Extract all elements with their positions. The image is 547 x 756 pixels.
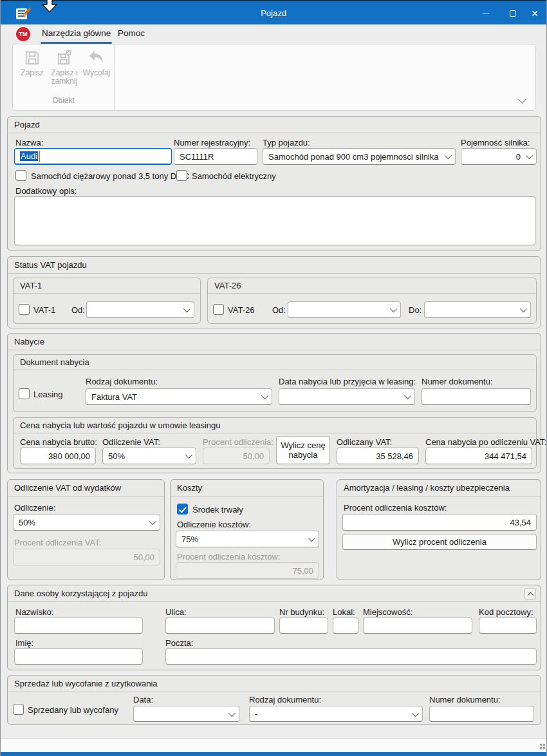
tab-narzedzia-glowne[interactable]: Narzędzia główne <box>41 26 112 43</box>
building-input[interactable] <box>279 618 328 634</box>
app-window: Pojazd ─ ✕ TM Narzędzia główne Pomoc Zap… <box>0 0 547 756</box>
post-input[interactable] <box>165 648 537 665</box>
group-amortyzacja: Amortyzacja / leasing / koszty ubezpiecz… <box>337 479 541 580</box>
expense-deduction-value: 50% <box>19 518 35 527</box>
building-label: Nr budynku: <box>279 607 324 617</box>
description-textarea[interactable] <box>14 196 535 245</box>
undo-button[interactable]: Wycofaj <box>81 50 112 92</box>
ribbon-collapse-icon[interactable] <box>518 95 526 104</box>
firstname-label: Imię: <box>15 638 33 648</box>
registration-value: SC1111R <box>180 152 214 162</box>
undo-arrow-icon <box>88 50 105 66</box>
calc-deduction-percent-button[interactable]: Wylicz procent odliczenia <box>342 534 537 550</box>
sold-checkbox[interactable] <box>13 704 24 715</box>
vat26-do-select[interactable] <box>424 301 531 318</box>
surname-input[interactable] <box>14 618 143 634</box>
minimize-button[interactable]: ─ <box>473 3 499 24</box>
doc-number-input[interactable] <box>422 388 531 405</box>
costs-percent-value: 75,00 <box>292 566 313 576</box>
close-button[interactable]: ✕ <box>522 3 547 24</box>
sale-doc-type-select[interactable]: - <box>249 706 423 722</box>
chevron-down-icon <box>185 451 192 458</box>
group-nabycie-title: Nabycie <box>8 334 541 350</box>
fixed-asset-checkbox[interactable] <box>177 504 188 515</box>
group-dane-osoby-title: Dane osoby korzystającej z pojazdu <box>8 585 541 602</box>
app-logo[interactable]: TM <box>16 27 30 41</box>
costs-percent-input: 75,00 <box>176 562 319 579</box>
vat1-checkbox[interactable] <box>19 304 30 315</box>
save-button-label: Zapisz <box>21 69 43 77</box>
vat1-checkbox-label: VAT-1 <box>33 305 55 315</box>
gross-price-input[interactable]: 380 000,00 <box>20 448 96 464</box>
deduction-percent-value: 50,00 <box>243 451 264 461</box>
deducted-vat-value: 35 528,46 <box>376 451 413 461</box>
sale-date-select[interactable] <box>133 706 239 722</box>
postal-input[interactable] <box>479 618 537 634</box>
engine-capacity-combo[interactable]: 0 <box>461 148 537 165</box>
acquisition-date-select[interactable] <box>279 388 415 405</box>
costs-deduction-select[interactable]: 75% <box>176 531 319 547</box>
doc-type-value: Faktura VAT <box>91 392 137 402</box>
street-input[interactable] <box>165 618 275 634</box>
registration-label: Numer rejestracyjny: <box>174 138 250 147</box>
deducted-vat-label: Odliczany VAT: <box>337 437 392 447</box>
vat-deduction-select[interactable]: 50% <box>102 448 196 464</box>
chevron-down-icon <box>520 305 527 312</box>
group-sprzedaz-title: Sprzedaż lub wycofanie z użytkowania <box>8 676 541 692</box>
vehicle-type-select[interactable]: Samochód ponad 900 cm3 pojemności silnik… <box>263 148 456 165</box>
deducted-vat-input[interactable]: 35 528,46 <box>337 448 419 464</box>
calc-price-button[interactable]: Wylicz cenę nabycia <box>276 436 330 464</box>
registration-input[interactable]: SC1111R <box>174 148 257 165</box>
statusbar <box>1 739 546 752</box>
group-koszty: Koszty Środek trwały Odliczenie kosztów:… <box>170 479 324 580</box>
resize-grip[interactable] <box>540 744 542 746</box>
chevron-down-icon <box>183 305 190 312</box>
collapse-section-button[interactable] <box>524 588 536 600</box>
window-bottom-accent <box>1 752 546 756</box>
vat-deduction-value: 50% <box>108 451 125 461</box>
deduction-percent-label: Procent odliczenia: <box>203 437 274 447</box>
leasing-checkbox-label: Leasing <box>33 390 63 399</box>
acquisition-date-label: Data nabycia lub przyjęcia w leasing: <box>279 377 416 386</box>
city-input[interactable] <box>363 618 472 634</box>
save-close-icon <box>56 50 73 66</box>
amort-percent-input[interactable]: 43,54 <box>342 514 537 531</box>
subgroup-cena-nabycia-title: Cena nabycia lub wartość pojazdu w umowi… <box>14 418 536 433</box>
fixed-asset-checkbox-label: Środek trwały <box>192 505 243 515</box>
vat-deduction-label: Odliczenie VAT: <box>102 437 160 447</box>
save-icon <box>24 50 41 66</box>
save-and-close-button[interactable]: Zapisz i zamknij <box>49 50 80 92</box>
group-amortyzacja-title: Amortyzacja / leasing / koszty ubezpiecz… <box>337 480 541 496</box>
subgroup-vat26-title: VAT-26 <box>208 278 536 294</box>
name-input[interactable]: Audi <box>14 148 172 165</box>
expense-deduction-label: Odliczenie: <box>14 503 55 513</box>
name-label: Nazwa: <box>15 138 43 147</box>
subgroup-vat26: VAT-26 VAT-26 Od: Do: <box>207 278 537 324</box>
leasing-checkbox[interactable] <box>19 388 30 399</box>
truck-checkbox[interactable] <box>15 170 26 181</box>
ribbon-group-obiekt: Zapisz Zapisz i zamknij Wycofaj Obiekt <box>13 44 115 110</box>
amort-percent-value: 43,54 <box>510 518 531 527</box>
vat26-checkbox[interactable] <box>213 304 224 315</box>
vat26-od-label: Od: <box>272 305 286 315</box>
tab-pomoc[interactable]: Pomoc <box>116 26 146 43</box>
vat26-od-select[interactable] <box>288 301 401 318</box>
electric-checkbox[interactable] <box>176 170 187 181</box>
vat26-checkbox-label: VAT-26 <box>228 305 254 315</box>
engine-capacity-label: Pojemność silnika: <box>461 138 530 147</box>
vat1-od-label: Od: <box>71 305 85 315</box>
vehicle-type-label: Typ pojazdu: <box>263 138 310 147</box>
net-price-input[interactable]: 344 471,54 <box>425 448 532 464</box>
local-input[interactable] <box>333 618 358 634</box>
expense-deduction-select[interactable]: 50% <box>13 514 160 531</box>
sale-doc-number-input[interactable] <box>429 706 534 722</box>
save-button[interactable]: Zapisz <box>17 50 48 92</box>
titlebar: Pojazd ─ ✕ <box>1 0 546 24</box>
costs-deduction-value: 75% <box>181 534 198 544</box>
doc-type-select[interactable]: Faktura VAT <box>86 388 272 405</box>
street-label: Ulica: <box>165 607 187 617</box>
chevron-down-icon <box>445 152 452 159</box>
gross-price-label: Cena nabycia brutto: <box>20 437 97 447</box>
vat1-od-select[interactable] <box>86 301 194 318</box>
firstname-input[interactable] <box>14 648 143 665</box>
